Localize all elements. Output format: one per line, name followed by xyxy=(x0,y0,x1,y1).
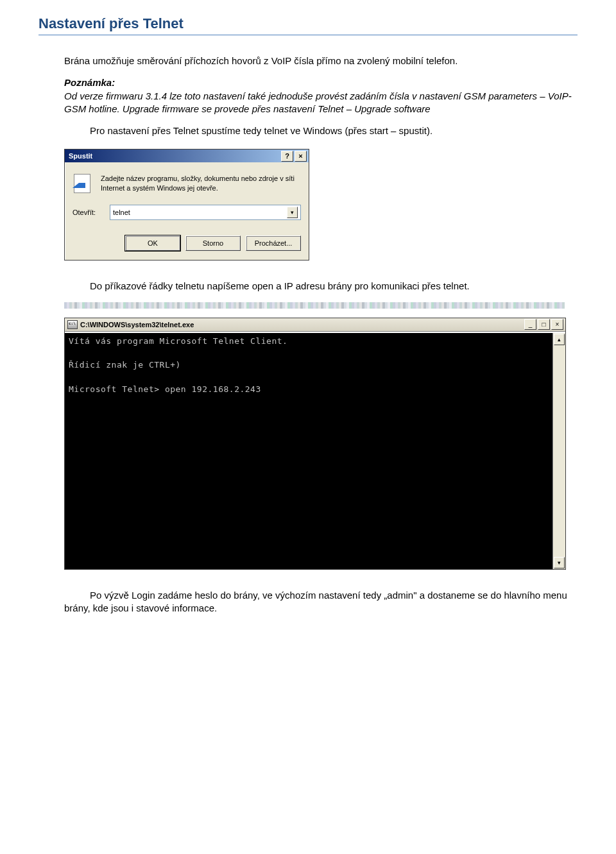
cmd-text: Do příkazové řádky telnetu napíšeme open… xyxy=(90,280,470,291)
telnet-console-window: C:\WINDOWS\system32\telnet.exe _ □ × Vít… xyxy=(64,318,566,570)
maximize-button[interactable]: □ xyxy=(538,319,550,330)
note-body: Od verze firmwaru 3.1.4 lze toto nastave… xyxy=(64,90,572,114)
console-line: Microsoft Telnet> open 192.168.2.243 xyxy=(69,384,261,394)
open-label: Otevřít: xyxy=(73,209,103,216)
run-dialog-titlebar[interactable]: Spustit ? × xyxy=(65,149,309,162)
open-input-value: telnet xyxy=(113,209,130,216)
run-dialog-title: Spustit xyxy=(69,152,92,160)
minimize-button[interactable]: _ xyxy=(524,319,536,330)
console-scrollbar[interactable]: ▴ ▾ xyxy=(552,333,565,569)
run-description: Zadejte název programu, složky, dokument… xyxy=(101,174,301,193)
help-button[interactable]: ? xyxy=(281,151,293,162)
console-line: Vítá vás program Microsoft Telnet Client… xyxy=(69,336,287,346)
login-text: Po výzvě Login zadáme heslo do brány, ve… xyxy=(64,590,567,613)
note-label: Poznámka: xyxy=(64,77,115,88)
close-button[interactable]: × xyxy=(551,319,563,330)
page-heading: Nastavení přes Telnet xyxy=(38,15,578,35)
console-titlebar[interactable]: C:\WINDOWS\system32\telnet.exe _ □ × xyxy=(65,318,565,332)
artifact-strip xyxy=(64,302,565,309)
scroll-down-icon[interactable]: ▾ xyxy=(554,557,565,568)
login-paragraph: Po výzvě Login zadáme heslo do brány, ve… xyxy=(38,589,578,615)
intro-paragraph: Brána umožňuje směrování příchozích hovo… xyxy=(38,55,578,67)
start-paragraph: Pro nastavení přes Telnet spustíme tedy … xyxy=(38,124,578,137)
cmd-paragraph: Do příkazové řádky telnetu napíšeme open… xyxy=(38,280,578,293)
console-line: Řídicí znak je CTRL+) xyxy=(69,360,181,370)
scroll-up-icon[interactable]: ▴ xyxy=(554,334,565,345)
console-title: C:\WINDOWS\system32\telnet.exe xyxy=(80,321,194,329)
dropdown-icon[interactable]: ▾ xyxy=(287,207,298,218)
start-text: Pro nastavení přes Telnet spustíme tedy … xyxy=(90,125,432,136)
console-output[interactable]: Vítá vás program Microsoft Telnet Client… xyxy=(65,333,552,569)
console-icon xyxy=(67,320,78,329)
open-combobox[interactable]: telnet ▾ xyxy=(110,205,301,220)
ok-button[interactable]: OK xyxy=(125,235,180,251)
note-block: Poznámka: Od verze firmwaru 3.1.4 lze to… xyxy=(38,76,578,115)
run-icon xyxy=(73,174,93,194)
run-dialog: Spustit ? × Zadejte název programu, slož… xyxy=(64,149,309,260)
browse-button[interactable]: Procházet... xyxy=(246,235,301,251)
close-button[interactable]: × xyxy=(295,151,307,162)
intro-text: Brána umožňuje směrování příchozích hovo… xyxy=(38,55,578,67)
cancel-button[interactable]: Storno xyxy=(185,235,241,251)
